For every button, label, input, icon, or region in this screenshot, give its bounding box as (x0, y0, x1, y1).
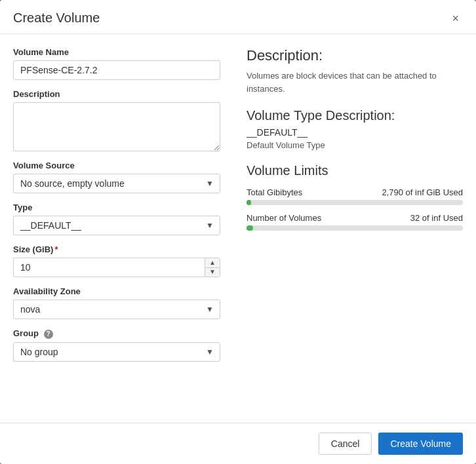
required-star: * (54, 244, 58, 254)
volume-type-info-title: Volume Type Description: (247, 108, 463, 123)
cancel-button[interactable]: Cancel (319, 433, 372, 455)
size-increment-button[interactable]: ▲ (205, 258, 220, 268)
description-label: Description (13, 89, 220, 99)
volume-name-label: Volume Name (13, 47, 220, 57)
group-select-wrap: No group ▼ (13, 342, 220, 362)
left-column: Volume Name Description Volume Source No… (13, 47, 220, 410)
description-info-title: Description: (247, 47, 463, 64)
volume-source-label: Volume Source (13, 161, 220, 170)
description-info-text: Volumes are block devices that can be at… (247, 69, 463, 95)
close-button[interactable]: × (448, 11, 463, 26)
volume-type-name: __DEFAULT__ (247, 127, 463, 138)
number-of-volumes-bar-bg (247, 225, 463, 231)
modal-title: Create Volume (13, 10, 100, 26)
type-label: Type (13, 203, 220, 212)
total-gibibytes-label: Total Gibibytes (247, 187, 302, 197)
volume-name-input[interactable] (13, 60, 220, 80)
total-gibibytes-row: Total Gibibytes 2,790 of inf GiB Used (247, 187, 463, 205)
modal-body: Volume Name Description Volume Source No… (0, 34, 476, 423)
size-input[interactable] (14, 258, 205, 277)
availability-zone-select[interactable]: nova (13, 300, 220, 319)
type-group: Type __DEFAULT__ ▼ (13, 203, 220, 235)
number-of-volumes-header: Number of Volumes 32 of inf Used (247, 213, 463, 223)
total-gibibytes-header: Total Gibibytes 2,790 of inf GiB Used (247, 187, 463, 197)
number-of-volumes-used: 32 of inf Used (410, 213, 463, 223)
volume-source-group: Volume Source No source, empty volume ▼ (13, 161, 220, 193)
size-group: Size (GiB)* ▲ ▼ (13, 244, 220, 277)
size-spinners: ▲ ▼ (205, 258, 220, 277)
volume-type-desc: Default Volume Type (247, 140, 463, 150)
total-gibibytes-used: 2,790 of inf GiB Used (382, 187, 463, 197)
create-volume-button[interactable]: Create Volume (378, 433, 463, 455)
number-of-volumes-label: Number of Volumes (247, 213, 321, 223)
type-select-wrap: __DEFAULT__ ▼ (13, 216, 220, 235)
description-group: Description (13, 89, 220, 151)
size-input-wrap: ▲ ▼ (13, 258, 220, 277)
group-select[interactable]: No group (13, 342, 220, 362)
volume-limits-title: Volume Limits (247, 163, 463, 178)
modal-header: Create Volume × (0, 0, 476, 34)
size-label: Size (GiB)* (13, 244, 220, 254)
group-label: Group ? (13, 328, 220, 339)
type-select[interactable]: __DEFAULT__ (13, 216, 220, 235)
total-gibibytes-bar-bg (247, 200, 463, 205)
number-of-volumes-bar-fill (247, 225, 253, 231)
availability-zone-group: Availability Zone nova ▼ (13, 286, 220, 319)
group-group: Group ? No group ▼ (13, 328, 220, 362)
description-textarea[interactable] (13, 102, 220, 151)
number-of-volumes-row: Number of Volumes 32 of inf Used (247, 213, 463, 231)
group-help-icon[interactable]: ? (44, 330, 53, 339)
volume-source-select-wrap: No source, empty volume ▼ (13, 174, 220, 193)
size-decrement-button[interactable]: ▼ (205, 268, 220, 277)
availability-zone-select-wrap: nova ▼ (13, 300, 220, 319)
volume-source-select[interactable]: No source, empty volume (13, 174, 220, 193)
modal-footer: Cancel Create Volume (0, 423, 476, 464)
create-volume-modal: Create Volume × Volume Name Description (0, 0, 476, 464)
total-gibibytes-bar-fill (247, 200, 251, 205)
availability-zone-label: Availability Zone (13, 286, 220, 296)
volume-name-group: Volume Name (13, 47, 220, 80)
right-column: Description: Volumes are block devices t… (240, 47, 463, 410)
